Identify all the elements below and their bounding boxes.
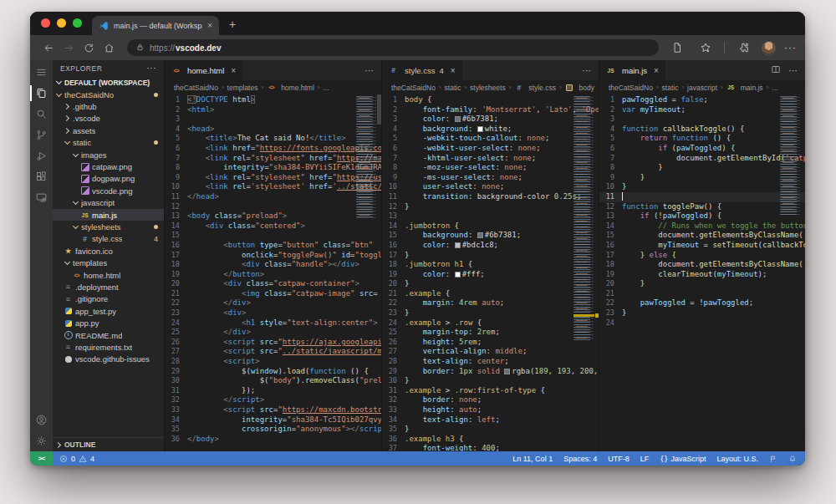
code-editor[interactable]: 1body {2 font-family: 'Montserrat', 'Lat… xyxy=(382,94,599,451)
more-actions-icon[interactable]: ··· xyxy=(788,65,798,75)
breadcrumb[interactable]: theCatSaidNo›static›javascript›JSmain.js… xyxy=(599,80,805,94)
tree-item--github[interactable]: .github xyxy=(53,100,164,112)
tree-item--gitignore[interactable]: ≡.gitignore xyxy=(53,293,164,305)
tree-item-dogpaw-png[interactable]: dogpaw.png xyxy=(53,173,164,185)
workspace-section-header[interactable]: DEFAULT (WORKSPACE) xyxy=(53,76,164,89)
profile-avatar[interactable] xyxy=(762,41,776,55)
minimize-window-button[interactable] xyxy=(57,18,66,28)
menu-hamburger-icon[interactable] xyxy=(30,62,53,83)
tab-close-icon[interactable]: × xyxy=(231,66,236,75)
language-mode[interactable]: {} JavaScript xyxy=(660,455,706,463)
breadcrumb-item[interactable]: stylesheets xyxy=(470,84,506,92)
remote-explorer-icon[interactable] xyxy=(30,187,53,208)
line-number: 14 xyxy=(599,221,622,232)
breadcrumb-item[interactable]: ... xyxy=(323,84,329,92)
tree-item-app-py[interactable]: app.py xyxy=(53,317,164,328)
breadcrumb-item[interactable]: static xyxy=(662,84,679,92)
new-tab-button[interactable]: + xyxy=(229,16,236,33)
tree-item-readme-md[interactable]: README.md xyxy=(53,329,164,341)
more-actions-icon[interactable]: ··· xyxy=(582,65,591,75)
code-line: 5 return function () { xyxy=(599,134,805,144)
minimap[interactable] xyxy=(573,96,594,340)
address-bar[interactable]: https:// vscode.dev xyxy=(127,39,659,56)
split-editor-icon[interactable] xyxy=(771,64,781,76)
eol-sequence[interactable]: LF xyxy=(640,455,650,463)
tree-item-vscode-github-issues[interactable]: vscode.github-issues xyxy=(53,354,164,365)
more-actions-icon[interactable]: ··· xyxy=(364,65,374,75)
editor-tab-style.css[interactable]: #style.css4× xyxy=(382,60,463,80)
browser-tab[interactable]: main.js — default (Workspace) × xyxy=(92,16,219,35)
outline-section[interactable]: OUTLINE xyxy=(53,438,164,451)
tab-close-icon[interactable]: × xyxy=(654,66,659,75)
breadcrumb-item[interactable]: javascript xyxy=(687,84,717,92)
breadcrumb-item[interactable]: style.css xyxy=(528,84,556,92)
desktop: main.js — default (Workspace) × + https:… xyxy=(0,0,836,504)
extensions-puzzle-icon[interactable] xyxy=(733,38,753,57)
tree-item-vscode-png[interactable]: vscode.png xyxy=(53,185,164,196)
breadcrumb[interactable]: theCatSaidNo›static›stylesheets›#style.c… xyxy=(382,80,599,94)
breadcrumb-item[interactable]: static xyxy=(445,84,461,92)
explorer-actions-icon[interactable]: ··· xyxy=(147,64,157,73)
back-button[interactable] xyxy=(38,38,59,57)
breadcrumb-item[interactable]: main.js xyxy=(741,84,763,92)
breadcrumb-item[interactable]: ... xyxy=(772,84,777,92)
tree-item-templates[interactable]: templates xyxy=(53,257,164,268)
remote-indicator[interactable]: >< xyxy=(30,451,53,466)
code-editor[interactable]: 1pawToggled = false;2var myTimeout;34fun… xyxy=(599,94,805,451)
code-text xyxy=(405,211,599,221)
browser-menu-icon[interactable]: ··· xyxy=(784,42,797,53)
explorer-icon[interactable] xyxy=(30,83,53,104)
breadcrumb-item[interactable]: theCatSaidNo xyxy=(391,84,436,92)
close-window-button[interactable] xyxy=(41,18,50,28)
refresh-button[interactable] xyxy=(79,38,99,57)
tree-item-favicon-ico[interactable]: ★favicon.ico xyxy=(53,245,164,257)
tree-item-home-html[interactable]: <>home.html xyxy=(53,269,164,281)
home-button[interactable] xyxy=(99,38,119,57)
minimap[interactable] xyxy=(780,96,801,215)
tab-close-icon[interactable]: × xyxy=(451,66,456,75)
keyboard-layout[interactable]: Layout: U.S. xyxy=(716,455,758,463)
encoding[interactable]: UTF-8 xyxy=(608,455,630,463)
forward-button[interactable] xyxy=(59,38,79,57)
breadcrumb-item[interactable]: templates xyxy=(227,84,258,92)
editor-tab-home.html[interactable]: <>home.html× xyxy=(165,60,243,80)
tree-item-main-js[interactable]: JSmain.js xyxy=(53,209,164,221)
tree-item-javascript[interactable]: javascript xyxy=(53,197,164,209)
breadcrumb[interactable]: theCatSaidNo›templates›<>home.html›... xyxy=(165,80,381,94)
settings-gear-icon[interactable] xyxy=(30,430,53,451)
breadcrumb-item[interactable]: theCatSaidNo xyxy=(174,84,218,92)
tree-item--vscode[interactable]: .vscode xyxy=(53,113,164,125)
code-editor[interactable]: 1<!DOCTYPE html>2<html>34<head>5 <title>… xyxy=(165,94,381,451)
tree-item-app-test-py[interactable]: app_test.py xyxy=(53,305,164,317)
tree-item-stylesheets[interactable]: stylesheets xyxy=(53,221,164,232)
breadcrumb-item[interactable]: theCatSaidNo xyxy=(609,84,653,92)
source-control-icon[interactable] xyxy=(30,125,53,145)
problems-status[interactable]: 0 4 xyxy=(53,451,101,466)
indentation[interactable]: Spaces: 4 xyxy=(563,455,597,463)
breadcrumb-item[interactable]: home.html xyxy=(281,84,314,92)
zoom-window-button[interactable] xyxy=(73,18,82,28)
feedback-flag-icon[interactable] xyxy=(769,455,777,463)
cursor-position[interactable]: Ln 11, Col 1 xyxy=(512,455,553,463)
run-debug-icon[interactable] xyxy=(30,145,53,166)
search-icon[interactable] xyxy=(30,104,53,125)
account-icon[interactable] xyxy=(30,410,53,430)
tree-item-assets[interactable]: assets xyxy=(53,125,164,136)
tab-close-icon[interactable]: × xyxy=(207,21,212,30)
extensions-icon[interactable] xyxy=(30,166,53,187)
minimap[interactable] xyxy=(356,96,377,218)
editor-tab-main.js[interactable]: JSmain.js× xyxy=(599,60,666,80)
tree-item-images[interactable]: images xyxy=(53,149,164,160)
tree-item-style-css[interactable]: #style.css4 xyxy=(53,233,164,245)
line-number: 1 xyxy=(382,95,405,105)
notifications-bell-icon[interactable] xyxy=(788,455,797,463)
favorites-star-icon[interactable] xyxy=(696,38,716,57)
tree-item-catpaw-png[interactable]: catpaw.png xyxy=(53,160,164,172)
tree-item-requirements-txt[interactable]: ≡requirements.txt xyxy=(53,341,164,353)
collections-icon[interactable] xyxy=(667,38,687,57)
breadcrumb-item[interactable]: body xyxy=(579,84,594,92)
tree-item-thecatsaidno[interactable]: theCatSaidNo xyxy=(53,89,164,100)
scrollbar-slider[interactable] xyxy=(377,94,381,125)
tree-item-static[interactable]: static xyxy=(53,137,164,149)
tree-item--deployment[interactable]: ≡.deployment xyxy=(53,281,164,293)
